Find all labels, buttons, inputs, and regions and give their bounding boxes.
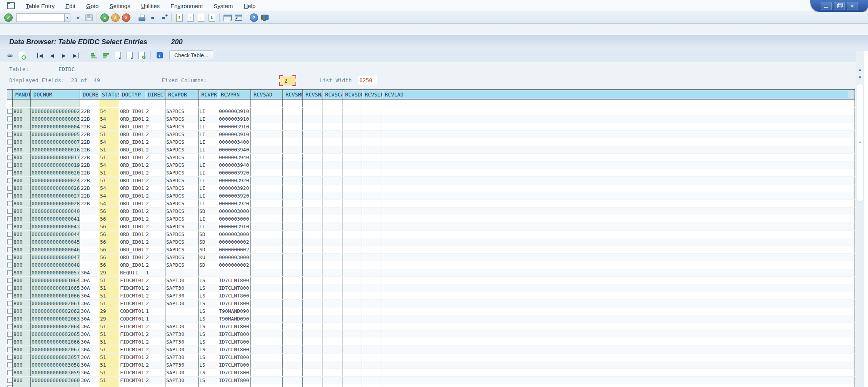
row-checkbox[interactable] bbox=[7, 362, 12, 367]
menu-table-entry[interactable]: Table Entry bbox=[20, 1, 60, 11]
create-shortcut-button[interactable] bbox=[234, 13, 243, 22]
minimize-button[interactable] bbox=[821, 2, 832, 10]
info-button[interactable]: i bbox=[155, 51, 164, 60]
column-header-rcvsna[interactable]: RCVSNA bbox=[303, 90, 322, 100]
row-checkbox[interactable] bbox=[7, 309, 12, 314]
row-checkbox[interactable] bbox=[7, 124, 12, 129]
menu-environment[interactable]: Environment bbox=[165, 1, 208, 11]
row-checkbox[interactable] bbox=[7, 224, 12, 229]
last-entry-button[interactable]: ▶ bbox=[71, 51, 80, 60]
menu-edit[interactable]: Edit bbox=[60, 1, 81, 11]
delete-values-button[interactable] bbox=[125, 51, 134, 60]
print-button[interactable] bbox=[137, 13, 147, 22]
column-header-docnum[interactable]: DOCNUM bbox=[31, 90, 80, 100]
list-width-value[interactable]: 0250 bbox=[358, 76, 377, 85]
row-checkbox[interactable] bbox=[7, 193, 12, 198]
row-checkbox[interactable] bbox=[7, 209, 12, 214]
column-header-direct[interactable]: DIRECT bbox=[145, 90, 165, 100]
last-page-button[interactable]: ⇓ bbox=[207, 13, 216, 22]
row-checkbox[interactable] bbox=[7, 216, 12, 221]
row-checkbox[interactable] bbox=[7, 385, 12, 387]
column-header-rcvsca[interactable]: RCVSCA bbox=[322, 90, 342, 100]
row-checkbox[interactable] bbox=[7, 332, 12, 337]
find-in-list-button[interactable] bbox=[17, 51, 27, 60]
row-checkbox[interactable] bbox=[7, 140, 12, 145]
sort-ascending-button[interactable] bbox=[89, 51, 98, 60]
next-entry-button[interactable]: ▶ bbox=[59, 51, 68, 60]
column-header-docrel[interactable]: DOCREL bbox=[80, 90, 99, 100]
row-checkbox[interactable] bbox=[7, 239, 12, 244]
first-entry-button[interactable]: ◀ bbox=[35, 51, 45, 60]
row-checkbox[interactable] bbox=[7, 355, 12, 360]
row-checkbox[interactable] bbox=[7, 247, 12, 252]
column-header-status[interactable]: STATUS bbox=[99, 90, 119, 100]
column-header-rcvsmn[interactable]: RCVSMN bbox=[283, 90, 303, 100]
row-checkbox[interactable] bbox=[7, 132, 12, 137]
column-header-rcvprn[interactable]: RCVPRN bbox=[218, 90, 251, 100]
command-dropdown-icon[interactable]: ▼ bbox=[64, 13, 70, 22]
next-page-button[interactable]: ↓ bbox=[196, 13, 205, 22]
collapse-button[interactable]: « bbox=[73, 13, 83, 22]
cancel-button[interactable]: × bbox=[122, 13, 131, 22]
row-checkbox[interactable] bbox=[7, 293, 12, 298]
sort-descending-button[interactable] bbox=[101, 51, 110, 60]
menu-settings[interactable]: Settings bbox=[104, 1, 135, 11]
fixed-columns-input[interactable]: 2 bbox=[280, 76, 295, 85]
menu-system[interactable]: System bbox=[208, 1, 238, 11]
column-header-rcvprt[interactable]: RCVPRT bbox=[199, 90, 218, 100]
column-header-mandt[interactable]: MANDT bbox=[13, 90, 31, 100]
new-session-button[interactable] bbox=[223, 13, 232, 22]
system-menu-icon[interactable] bbox=[7, 2, 15, 9]
set-values-button[interactable] bbox=[113, 51, 122, 60]
row-checkbox[interactable] bbox=[7, 286, 12, 291]
scroll-up-icon[interactable]: ▲ bbox=[857, 67, 863, 72]
enter-button[interactable]: ✓ bbox=[4, 13, 13, 22]
check-table-button[interactable]: Check Table... bbox=[169, 50, 213, 60]
menu-utilities[interactable]: Utilities bbox=[136, 1, 165, 11]
scroll-down-icon[interactable]: ▼ bbox=[857, 75, 863, 80]
back-button[interactable]: « bbox=[100, 13, 109, 22]
row-checkbox[interactable] bbox=[7, 301, 12, 306]
help-button[interactable]: ? bbox=[249, 13, 259, 22]
row-checkbox[interactable] bbox=[7, 270, 12, 275]
first-page-button[interactable]: ⇑ bbox=[175, 13, 184, 22]
refresh-button[interactable] bbox=[137, 51, 146, 60]
row-checkbox[interactable] bbox=[7, 339, 12, 344]
previous-page-button[interactable]: ↑ bbox=[185, 13, 195, 22]
row-checkbox[interactable] bbox=[7, 155, 12, 160]
row-checkbox[interactable] bbox=[7, 186, 12, 191]
column-header-rcvsad[interactable]: RCVSAD bbox=[251, 90, 283, 100]
scrollbar-thumb[interactable] bbox=[857, 83, 863, 201]
save-button[interactable] bbox=[84, 13, 93, 22]
vertical-scrollbar[interactable]: ▲ ▼ bbox=[856, 51, 864, 387]
previous-entry-button[interactable]: ◀ bbox=[47, 51, 57, 60]
row-checkbox[interactable] bbox=[7, 255, 12, 260]
column-header-rcvsdf[interactable]: RCVSDF bbox=[342, 90, 362, 100]
display-glasses-button[interactable]: ∞ bbox=[5, 51, 15, 60]
find-next-button[interactable]: ●●+ bbox=[159, 13, 168, 22]
row-checkbox[interactable] bbox=[7, 163, 12, 168]
row-checkbox[interactable] bbox=[7, 278, 12, 283]
column-header-doctyp[interactable]: DOCTYP bbox=[119, 90, 145, 100]
monitor-button[interactable] bbox=[260, 13, 269, 22]
row-checkbox[interactable] bbox=[7, 262, 12, 267]
close-button[interactable]: ✕ bbox=[847, 2, 858, 10]
find-button[interactable]: ●● bbox=[148, 13, 157, 22]
restore-button[interactable] bbox=[834, 2, 845, 10]
row-checkbox[interactable] bbox=[7, 347, 12, 352]
row-checkbox[interactable] bbox=[7, 116, 12, 121]
row-checkbox[interactable] bbox=[7, 178, 12, 183]
column-header-rcvpor[interactable]: RCVPOR bbox=[165, 90, 199, 100]
row-checkbox[interactable] bbox=[7, 316, 12, 321]
row-checkbox[interactable] bbox=[7, 378, 12, 383]
row-checkbox[interactable] bbox=[7, 232, 12, 237]
menu-help[interactable]: Help bbox=[238, 1, 261, 11]
row-checkbox[interactable] bbox=[7, 324, 12, 329]
column-header-rcvlad[interactable]: RCVLAD bbox=[382, 90, 855, 100]
command-field[interactable] bbox=[16, 13, 64, 22]
row-checkbox[interactable] bbox=[7, 109, 12, 114]
row-checkbox[interactable] bbox=[7, 147, 12, 152]
column-header-rcvslf[interactable]: RCVSLF bbox=[362, 90, 382, 100]
menu-goto[interactable]: Goto bbox=[81, 1, 104, 11]
row-checkbox[interactable] bbox=[7, 201, 12, 206]
